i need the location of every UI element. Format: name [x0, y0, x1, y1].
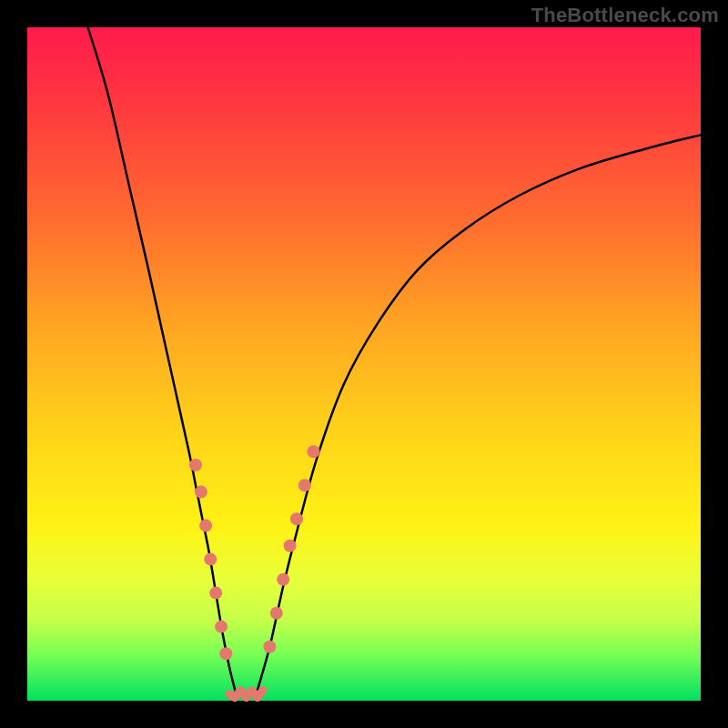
marker-left-3	[204, 553, 217, 566]
plot-area	[27, 27, 701, 701]
marker-right-1	[270, 607, 283, 620]
marker-left-4	[209, 587, 222, 600]
marker-right-6	[308, 445, 320, 458]
right-curve	[257, 135, 701, 693]
marker-left-2	[199, 520, 212, 532]
marker-right-3	[284, 540, 297, 552]
marker-right-4	[290, 512, 303, 525]
marker-right-0	[263, 641, 276, 653]
marker-left-5	[215, 621, 228, 633]
marker-left-6	[219, 647, 232, 660]
attribution-text: TheBottleneck.com	[531, 4, 719, 27]
marker-left-1	[195, 486, 207, 499]
marker-left-0	[189, 459, 202, 471]
marker-right-2	[277, 573, 289, 586]
marker-right-5	[298, 479, 311, 491]
chart-canvas: TheBottleneck.com	[0, 0, 728, 728]
curve-layer	[27, 27, 701, 701]
